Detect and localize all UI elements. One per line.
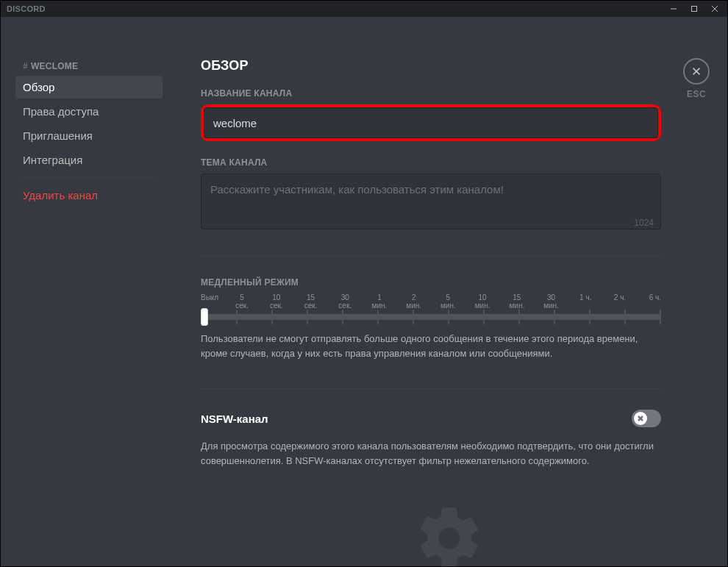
sidebar-item-2[interactable]: Приглашения <box>15 124 163 147</box>
slowmode-tick-label-10: 30 мин. <box>534 293 568 310</box>
slowmode-label: МЕДЛЕННЫЙ РЕЖИМ <box>201 277 661 288</box>
slowmode-tick-label-3: 15 сек. <box>293 293 328 310</box>
slowmode-tick-label-4: 30 сек. <box>328 293 363 310</box>
slowmode-tick-4 <box>342 310 343 324</box>
slowmode-tick-8 <box>483 310 485 324</box>
app-brand: DISCORD <box>7 4 46 13</box>
slowmode-tick-1 <box>236 310 238 324</box>
main-content: ОБЗОР НАЗВАНИЕ КАНАЛА ТЕМА КАНАЛА 1024 М… <box>171 17 727 566</box>
slowmode-tick-13 <box>660 310 661 324</box>
slowmode-slider-thumb[interactable] <box>201 308 208 326</box>
slowmode-tick-2 <box>271 310 273 324</box>
slowmode-tick-label-13: 6 ч. <box>637 293 661 310</box>
sidebar-item-1[interactable]: Права доступа <box>15 100 163 123</box>
nsfw-help-text: Для просмотра содержимого этого канала п… <box>201 439 661 468</box>
slowmode-tick-label-9: 15 мин. <box>499 293 534 310</box>
sidebar-separator <box>23 177 155 178</box>
maximize-button[interactable] <box>685 1 704 17</box>
sidebar-item-delete-channel[interactable]: Удалить канал <box>15 184 163 207</box>
slowmode-tick-label-2: 10 сек. <box>259 293 293 310</box>
topic-char-limit: 1024 <box>201 218 661 228</box>
slowmode-tick-7 <box>448 310 449 324</box>
slowmode-help-text: Пользователи не смогут отправлять больше… <box>201 332 661 360</box>
slowmode-tick-10 <box>554 310 555 324</box>
slowmode-tick-label-7: 5 мин. <box>431 293 465 310</box>
close-settings-region: ESC <box>683 58 710 99</box>
slowmode-tick-12 <box>624 310 626 324</box>
channel-name-label: НАЗВАНИЕ КАНАЛА <box>201 88 661 99</box>
sidebar: # WECLOME ОбзорПрава доступаПриглашенияИ… <box>1 17 171 566</box>
channel-topic-label: ТЕМА КАНАЛА <box>201 157 661 168</box>
close-settings-button[interactable] <box>683 58 710 85</box>
close-settings-label: ESC <box>683 89 710 99</box>
slowmode-tick-label-6: 2 мин. <box>396 293 431 310</box>
gear-icon <box>413 502 486 566</box>
slowmode-tick-label-0: Выкл <box>201 293 225 310</box>
minimize-button[interactable] <box>664 1 683 17</box>
channel-name-input[interactable] <box>204 107 658 138</box>
slowmode-tick-label-11: 1 ч. <box>568 293 603 310</box>
slowmode-tick-6 <box>413 310 414 324</box>
slowmode-slider[interactable] <box>201 314 661 320</box>
sidebar-channel-header: # WECLOME <box>15 61 163 76</box>
sidebar-item-0[interactable]: Обзор <box>15 76 163 99</box>
slowmode-tick-label-12: 2 ч. <box>603 293 638 310</box>
divider <box>201 256 661 257</box>
nsfw-toggle[interactable] <box>632 410 661 427</box>
slowmode-tick-label-8: 10 мин. <box>465 293 500 310</box>
nsfw-title: NSFW-канал <box>201 413 268 425</box>
window-controls <box>664 1 724 17</box>
svg-rect-1 <box>692 7 697 12</box>
slowmode-tick-label-1: 5 сек. <box>225 293 260 310</box>
slowmode-tick-9 <box>518 310 520 324</box>
divider <box>201 388 661 389</box>
channel-name-highlight <box>201 104 661 141</box>
hash-icon: # <box>23 61 28 71</box>
toggle-knob <box>634 412 647 425</box>
page-title: ОБЗОР <box>201 58 661 74</box>
close-window-button[interactable] <box>705 1 724 17</box>
slowmode-tick-11 <box>589 310 590 324</box>
slowmode-tick-5 <box>377 310 379 324</box>
slowmode-tick-label-5: 1 мин. <box>363 293 397 310</box>
slowmode-tick-labels: Выкл5 сек.10 сек.15 сек.30 сек.1 мин.2 м… <box>201 293 661 310</box>
titlebar: DISCORD <box>1 1 727 17</box>
sidebar-item-3[interactable]: Интеграция <box>15 149 163 171</box>
slowmode-tick-3 <box>307 310 308 324</box>
slowmode-tick-marks <box>201 314 661 320</box>
sidebar-channel-name: WECLOME <box>31 61 78 71</box>
